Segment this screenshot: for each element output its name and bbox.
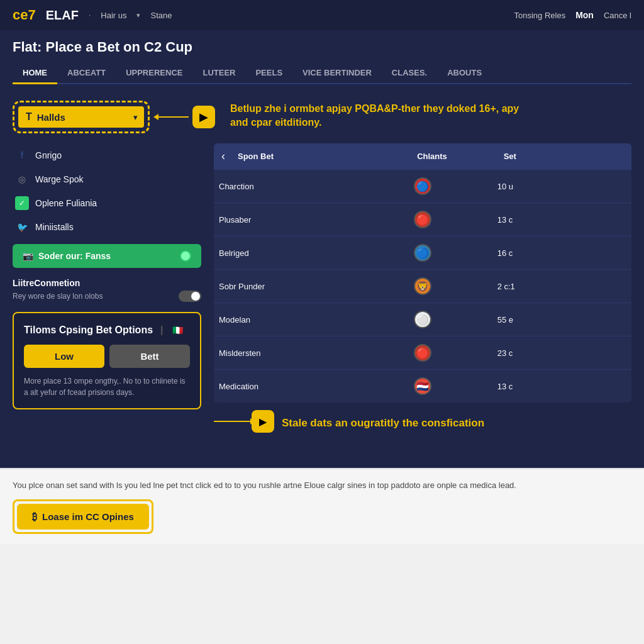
table-cell-name: Modelan [214,313,353,327]
bet-description: More place 13 ompe ongthy,. No to to chi… [24,375,190,398]
dropdown-value: Hallds [37,112,121,123]
facebook-icon: f [15,148,29,162]
table-col-set: Set [499,145,631,167]
nav-separator: · [89,11,91,19]
table-row[interactable]: Belriged 🔵 16 c [214,236,631,269]
table-cell-name: Belriged [214,246,353,260]
link-item-twitter[interactable]: 🐦 Miniistalls [13,215,201,239]
circle-icon: ◎ [15,172,29,186]
bottom-callout-section: ▶ Stale dats an ougratitly the consficat… [214,410,631,433]
table-col-chlants: Chlants [365,145,498,167]
bottom-callout-text: Stale dats an ougratitly the consficatio… [282,417,484,430]
table-col-spon-bet: Spon Bet [233,145,365,167]
arrow-annotation: ▶ [157,106,215,128]
flag-icon: 🔴 [414,211,431,228]
tab-peels[interactable]: PEELS [245,63,292,84]
live-connection-title: LiitreConmetion [13,278,201,288]
dropdown-wrapper: T Hallds ▾ [18,106,144,128]
tab-luteer[interactable]: LUTEER [192,63,245,84]
annotation-icon: ▶ [199,110,208,124]
logo-ce: ce7 [13,7,36,23]
header-left: ce7 ELAF · Hair us ▾ Stane [13,7,172,23]
table-row[interactable]: Plusaber 🔴 13 c [214,203,631,236]
green-action-button[interactable]: 📷 Soder our: Fanss [13,244,201,268]
logo-brand: ELAF [46,8,79,23]
footer-area: You plce onan set sand with ls you led l… [0,468,644,544]
link-item-circle[interactable]: ◎ Warge Spok [13,167,201,191]
table-cell-value: 10 u [492,179,631,194]
table-cell-flag: 🦁 [353,275,492,297]
bet-options-title: Tiloms Cpsing Bet Options | 🇮🇹 [24,323,190,337]
live-connection-desc: Rey wore de slay lon olobs [13,291,201,302]
table-cell-flag: 🔵 [353,242,492,264]
bet-better-button[interactable]: Bett [109,345,190,368]
table-cell-value: 13 c [492,379,631,394]
footer-button[interactable]: ₿ Loase im CC Opines [17,504,149,530]
table-cell-value: 23 c [492,346,631,360]
tab-abceatt[interactable]: ABCEATT [57,63,116,84]
header-mon[interactable]: Mon [575,10,594,20]
live-connection-text: Rey wore de slay lon olobs [13,292,103,301]
nav-stane[interactable]: Stane [150,11,172,20]
bet-options-label: Tiloms Cpsing Bet Options [24,325,153,336]
left-panel: f Gnrigo ◎ Warge Spok ✓ Oplene Fuliania … [13,143,201,433]
table-cell-flag: 🔴 [353,341,492,364]
toggle-circle [180,250,191,262]
table-row[interactable]: Medication 🇳🇱 13 c [214,369,631,402]
table-cell-name: Misldersten [214,346,353,360]
sub-header: Flat: Place a Bet on C2 Cup HOME ABCEATT… [0,30,644,91]
nav-tabs: HOME ABCEATT UPPRERENCE LUTEER PEELS VIC… [13,63,631,84]
table-row[interactable]: Charction 🔵 10 u [214,169,631,203]
main-content: T Hallds ▾ ▶ Betlup zhe i ormbet apjay P… [0,91,644,468]
link-item-check[interactable]: ✓ Oplene Fuliania [13,191,201,215]
bet-divider: | [160,325,163,336]
table-back-button[interactable]: ‹ [214,143,233,169]
link-fb-label: Gnrigo [35,150,62,160]
link-item-fb[interactable]: f Gnrigo [13,143,201,167]
check-icon: ✓ [15,196,29,210]
bet-low-button[interactable]: Low [24,345,104,368]
right-panel: ‹ Spon Bet Chlants Set Charction 🔵 10 u … [214,143,631,433]
dropdown-section: T Hallds ▾ ▶ [13,101,215,133]
callout-top-text: Betlup zhe i ormbet apjay PQBA&P-ther th… [230,102,532,130]
nav-hair[interactable]: Hair us [101,11,126,20]
tab-upprerence[interactable]: UPPRERENCE [116,63,192,84]
flag-icon: 🔵 [414,244,431,262]
bet-options-box: Tiloms Cpsing Bet Options | 🇮🇹 Low Bett … [13,312,201,409]
table-cell-value: 2 c:1 [492,279,631,294]
footer-button-wrapper: ₿ Loase im CC Opines [13,499,153,534]
header-cancel[interactable]: Cance l [604,11,631,20]
green-button-icon: 📷 [23,251,33,261]
table-cell-flag: 🔵 [353,175,492,197]
footer-text: You plce onan set sand with ls you led l… [13,479,631,492]
footer-button-label: Loase im CC Opines [42,511,134,522]
flag-icon: 🔴 [414,344,431,362]
table-cell-name: Plusaber [214,213,353,227]
footer-button-icon: ₿ [32,511,37,522]
table-cell-name: Charction [214,179,353,194]
tab-clases[interactable]: CLASES. [382,63,437,84]
green-button-inner: 📷 Soder our: Fanss [23,251,111,261]
flag-icon: 🔵 [414,177,431,195]
flag-icon: 🦁 [414,277,431,295]
table-row[interactable]: Sobr Punder 🦁 2 c:1 [214,269,631,303]
tab-vice-bertinder[interactable]: VICE BERTINDER [292,63,382,84]
bottom-arrow: ▶ [214,410,274,433]
table-row[interactable]: Misldersten 🔴 23 c [214,336,631,369]
header-tonsing[interactable]: Tonsing Reles [514,11,566,20]
tab-home[interactable]: HOME [13,63,57,84]
table-cell-flag: 🇳🇱 [353,375,492,397]
green-button-label: Soder our: Fanss [38,251,111,261]
toggle-switch[interactable] [179,291,201,302]
dropdown-display[interactable]: T Hallds ▾ [18,106,144,128]
bet-flag: 🇮🇹 [171,323,185,337]
nav-chevron: ▾ [136,11,140,19]
table-row[interactable]: Modelan ⚪ 55 e [214,303,631,336]
flag-icon: ⚪ [414,311,431,328]
tab-abouts[interactable]: ABOUTS [437,63,492,84]
table-header-row: ‹ Spon Bet Chlants Set [214,143,631,169]
table-cell-value: 13 c [492,213,631,227]
toggle-knob [191,292,200,301]
bottom-arrow-line [214,421,252,422]
bottom-annotation-icon: ▶ [259,416,267,428]
